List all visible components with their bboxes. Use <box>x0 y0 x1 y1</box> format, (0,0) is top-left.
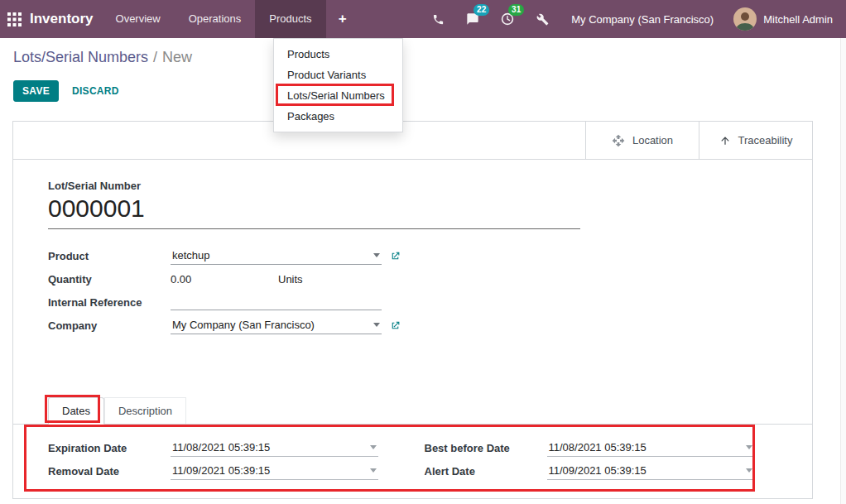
menu-item-products[interactable]: Products <box>274 44 402 65</box>
company-label: Company <box>48 319 171 332</box>
removal-date-label: Removal Date <box>48 465 171 478</box>
caret-down-icon[interactable] <box>746 445 752 449</box>
best-before-date-row: Best before Date 11/08/2021 05:39:15 <box>425 436 755 459</box>
app-title[interactable]: Inventory <box>30 11 94 27</box>
expiration-date-row: Expiration Date 11/08/2021 05:39:15 <box>48 436 378 459</box>
removal-date-input[interactable]: 11/09/2021 05:39:15 <box>171 462 378 480</box>
quantity-label: Quantity <box>48 273 171 286</box>
expiration-date-value: 11/08/2021 05:39:15 <box>172 441 270 454</box>
nav-operations[interactable]: Operations <box>175 0 256 38</box>
move-arrows-icon <box>612 134 625 147</box>
company-value: My Company (San Francisco) <box>172 319 315 331</box>
removal-date-row: Removal Date 11/09/2021 05:39:15 <box>48 459 378 482</box>
form-sheet: Location Traceability Lot/Serial Number … <box>12 121 813 499</box>
internal-reference-label: Internal Reference <box>48 296 171 309</box>
messages-icon[interactable]: 22 <box>455 0 490 38</box>
company-external-link-icon[interactable] <box>390 320 401 331</box>
best-before-date-input[interactable]: 11/08/2021 05:39:15 <box>547 439 755 457</box>
caret-down-icon[interactable] <box>746 468 752 473</box>
product-field-row: Product ketchup <box>48 244 545 267</box>
product-select[interactable]: ketchup <box>171 247 382 265</box>
caret-down-icon[interactable] <box>373 253 380 257</box>
lot-serial-number-input[interactable]: 0000001 <box>48 194 580 229</box>
menu-item-product-variants[interactable]: Product Variants <box>274 65 402 85</box>
caret-down-icon[interactable] <box>373 323 380 327</box>
breadcrumb-parent[interactable]: Lots/Serial Numbers <box>13 49 148 65</box>
traceability-button-label: Traceability <box>738 134 793 146</box>
top-navbar: Inventory Overview Operations Products +… <box>0 0 846 38</box>
nav-overview[interactable]: Overview <box>102 0 175 38</box>
tab-bar: Dates Description <box>13 396 812 425</box>
user-avatar[interactable] <box>733 7 757 31</box>
company-select[interactable]: My Company (San Francisco) <box>171 316 382 334</box>
notebook: Dates Description Expiration Date 11/08/… <box>13 396 812 482</box>
nav-products[interactable]: Products <box>255 0 325 38</box>
dates-left-column: Expiration Date 11/08/2021 05:39:15 Remo… <box>48 436 378 482</box>
apps-menu-icon[interactable] <box>0 0 28 38</box>
internal-reference-input[interactable] <box>171 294 382 310</box>
discard-button[interactable]: DISCARD <box>72 85 119 97</box>
user-menu[interactable]: Mitchell Admin <box>763 13 833 26</box>
tab-description[interactable]: Description <box>104 397 186 424</box>
company-field-row: Company My Company (San Francisco) <box>48 314 545 337</box>
dates-right-column: Best before Date 11/08/2021 05:39:15 Ale… <box>425 436 755 482</box>
internal-reference-field-row: Internal Reference <box>48 290 545 314</box>
save-button[interactable]: SAVE <box>13 80 59 102</box>
alert-date-label: Alert Date <box>425 465 547 478</box>
vertical-scrollbar[interactable] <box>840 38 846 504</box>
lot-serial-number-label: Lot/Serial Number <box>48 180 141 192</box>
breadcrumb-separator: / <box>153 49 157 65</box>
caret-down-icon[interactable] <box>370 445 377 449</box>
grid-icon <box>7 12 22 26</box>
activities-icon[interactable]: 31 <box>490 0 525 38</box>
traceability-button[interactable]: Traceability <box>699 122 812 159</box>
phone-icon[interactable] <box>421 0 455 38</box>
form-header: Location Traceability <box>13 122 812 160</box>
expiration-date-input[interactable]: 11/08/2021 05:39:15 <box>171 439 378 457</box>
best-before-date-value: 11/08/2021 05:39:15 <box>549 441 647 454</box>
best-before-date-label: Best before Date <box>425 442 547 454</box>
breadcrumb-current: New <box>162 49 192 65</box>
breadcrumb: Lots/Serial Numbers/New <box>13 49 192 66</box>
alert-date-value: 11/09/2021 05:39:15 <box>549 464 647 477</box>
product-label: Product <box>48 250 171 262</box>
product-value: ketchup <box>172 249 210 262</box>
expiration-date-label: Expiration Date <box>48 442 171 454</box>
menu-item-packages[interactable]: Packages <box>274 106 402 127</box>
tab-dates[interactable]: Dates <box>48 397 104 425</box>
quantity-field-row: Quantity 0.00 Units <box>48 267 545 290</box>
caret-down-icon[interactable] <box>370 468 377 473</box>
messages-badge: 22 <box>473 4 489 16</box>
page: Inventory Overview Operations Products +… <box>0 0 846 504</box>
arrow-up-icon <box>719 135 731 146</box>
activities-badge: 31 <box>508 4 524 16</box>
alert-date-row: Alert Date 11/09/2021 05:39:15 <box>425 459 755 482</box>
product-external-link-icon[interactable] <box>390 251 401 262</box>
stat-button-box: Location Traceability <box>585 122 812 159</box>
quantity-value[interactable]: 0.00 <box>171 273 278 286</box>
new-record-button[interactable]: + <box>326 0 359 38</box>
alert-date-input[interactable]: 11/09/2021 05:39:15 <box>547 462 755 480</box>
products-dropdown-menu: Products Product Variants Lots/Serial Nu… <box>273 38 403 132</box>
main-fields: Product ketchup Quantity 0.00 Units Inte… <box>48 244 545 337</box>
dates-tab-content: Expiration Date 11/08/2021 05:39:15 Remo… <box>13 425 812 482</box>
tools-icon[interactable] <box>525 0 560 38</box>
company-switcher[interactable]: My Company (San Francisco) <box>560 13 725 26</box>
location-button-label: Location <box>632 134 673 146</box>
location-button[interactable]: Location <box>585 122 699 159</box>
removal-date-value: 11/09/2021 05:39:15 <box>172 464 270 477</box>
menu-item-lots-serial-numbers[interactable]: Lots/Serial Numbers <box>274 85 402 106</box>
quantity-unit: Units <box>278 273 303 286</box>
action-buttons: SAVE DISCARD <box>13 80 119 102</box>
